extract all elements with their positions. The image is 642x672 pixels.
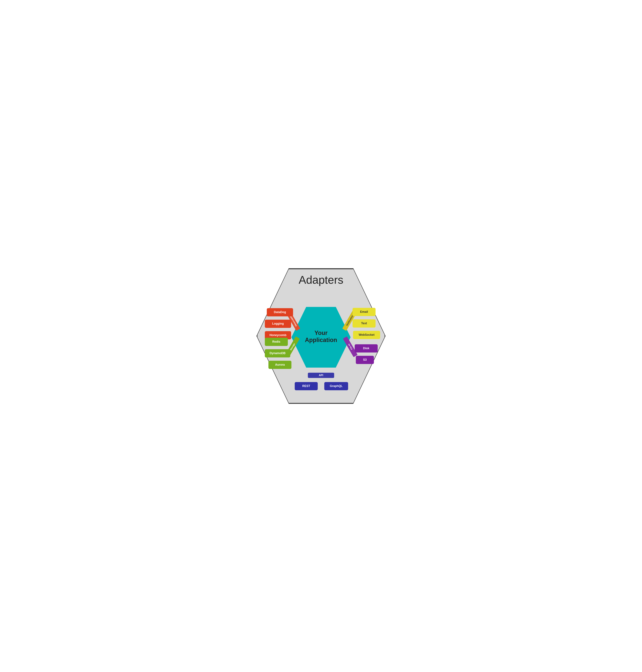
wedge-api: API xyxy=(308,373,334,378)
label-redis: Redis xyxy=(265,338,288,346)
label-s3: S3 xyxy=(356,356,374,364)
label-datadog: DataDog xyxy=(267,308,293,316)
label-email: Email xyxy=(352,308,375,316)
label-logging: Logging xyxy=(265,320,291,328)
label-rest: REST xyxy=(295,382,318,390)
wedge-api-label: API xyxy=(319,374,323,377)
diagram-title: Adapters xyxy=(299,273,343,286)
label-graphql: GraphQL xyxy=(324,382,348,390)
label-text: Text xyxy=(352,319,375,328)
label-aurora: Aurora xyxy=(268,361,292,369)
label-dynamodb: DynamoDB xyxy=(265,349,290,357)
label-disk: Disk xyxy=(355,344,378,353)
label-websocket: WebSocket xyxy=(353,331,380,339)
diagram-container: Adapters Your Application Observability … xyxy=(254,265,388,407)
